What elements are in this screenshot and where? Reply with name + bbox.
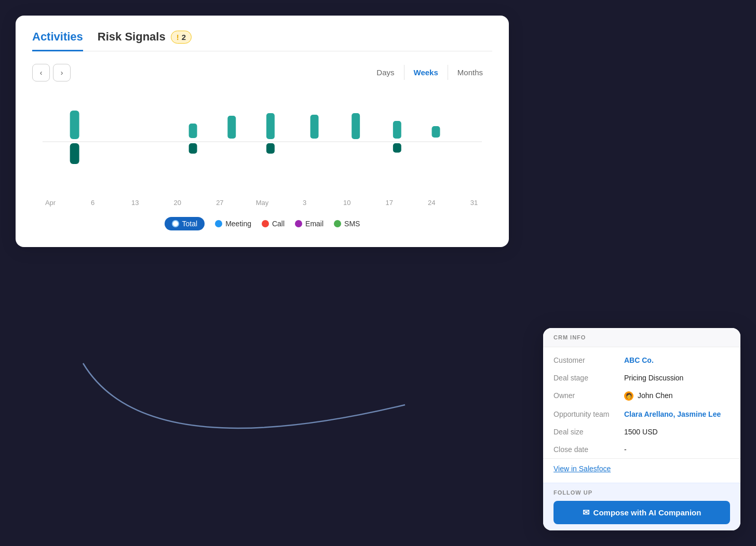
svg-rect-6 <box>266 113 275 139</box>
view-months[interactable]: Months <box>448 65 492 80</box>
x-label-31: 31 <box>466 199 482 207</box>
activities-card: Activities Risk Signals ! 2 ‹ › Days Wee… <box>16 16 509 247</box>
x-label-24: 24 <box>424 199 439 207</box>
svg-rect-5 <box>227 116 236 139</box>
crm-card: CRM INFO Customer ABC Co. Deal stage Pri… <box>543 328 740 530</box>
customer-value[interactable]: ABC Co. <box>624 356 654 364</box>
crm-body: Customer ABC Co. Deal stage Pricing Disc… <box>543 347 740 483</box>
call-dot <box>262 220 269 227</box>
deal-stage-label: Deal stage <box>554 374 616 382</box>
page-container: Activities Risk Signals ! 2 ‹ › Days Wee… <box>0 0 756 546</box>
x-label-20: 20 <box>170 199 185 207</box>
owner-label: Owner <box>554 391 616 400</box>
chart-legend: Total Meeting Call Email SMS <box>32 217 492 230</box>
close-date-value: - <box>624 445 627 454</box>
svg-rect-11 <box>393 143 401 153</box>
follow-up-label: FOLLOW UP <box>554 489 730 496</box>
chart-area <box>32 90 492 194</box>
svg-rect-9 <box>352 113 360 139</box>
deal-stage-value: Pricing Discussion <box>624 374 683 382</box>
x-label-10: 10 <box>339 199 355 207</box>
next-button[interactable]: › <box>53 64 71 81</box>
view-days[interactable]: Days <box>367 65 404 80</box>
legend-total[interactable]: Total <box>165 217 205 230</box>
compose-button[interactable]: ✉ Compose with AI Companion <box>554 501 730 524</box>
svg-rect-10 <box>393 121 401 139</box>
exclaim-icon: ! <box>177 33 179 42</box>
crm-deal-stage-row: Deal stage Pricing Discussion <box>543 369 740 387</box>
risk-badge: ! 2 <box>171 31 192 44</box>
mail-icon: ✉ <box>583 508 589 517</box>
x-label-17: 17 <box>382 199 397 207</box>
owner-avatar: 🧑 <box>624 391 633 401</box>
crm-deal-size-row: Deal size 1500 USD <box>543 423 740 441</box>
deal-size-value: 1500 USD <box>624 428 658 436</box>
svg-rect-7 <box>266 143 275 154</box>
x-axis: Apr 6 13 20 27 May 3 10 17 24 31 <box>32 199 492 207</box>
owner-value: 🧑 John Chen <box>624 391 673 401</box>
sms-dot <box>334 220 341 227</box>
crm-close-date-row: Close date - <box>543 441 740 458</box>
total-dot <box>172 220 179 227</box>
crm-header: CRM INFO <box>543 328 740 347</box>
deal-size-label: Deal size <box>554 428 616 436</box>
svg-rect-1 <box>70 111 79 139</box>
controls-row: ‹ › Days Weeks Months <box>32 64 492 81</box>
view-salesforce-link[interactable]: View in Salesfoce <box>554 465 611 473</box>
opp-team-label: Opportunity team <box>554 410 616 418</box>
svg-rect-8 <box>310 115 319 139</box>
view-toggles: Days Weeks Months <box>367 65 492 80</box>
x-label-may: May <box>254 199 270 207</box>
x-label-6: 6 <box>85 199 101 207</box>
legend-call[interactable]: Call <box>262 220 285 228</box>
legend-email[interactable]: Email <box>295 220 323 228</box>
x-label-apr: Apr <box>43 199 58 207</box>
svg-rect-12 <box>432 126 440 138</box>
nav-buttons: ‹ › <box>32 64 71 81</box>
prev-button[interactable]: ‹ <box>32 64 50 81</box>
svg-rect-3 <box>189 124 197 138</box>
tab-risk-signals[interactable]: Risk Signals ! 2 <box>98 30 192 51</box>
crm-opp-team-row: Opportunity team Clara Arellano, Jasmine… <box>543 405 740 423</box>
legend-meeting[interactable]: Meeting <box>215 220 251 228</box>
opp-team-value[interactable]: Clara Arellano, Jasmine Lee <box>624 410 721 418</box>
close-date-label: Close date <box>554 445 616 454</box>
crm-link-row: View in Salesfoce <box>543 459 740 479</box>
activity-chart <box>32 90 492 194</box>
svg-rect-2 <box>70 143 79 164</box>
tab-activities[interactable]: Activities <box>32 30 83 51</box>
legend-sms[interactable]: SMS <box>334 220 360 228</box>
svg-rect-4 <box>189 143 197 154</box>
email-dot <box>295 220 302 227</box>
follow-up-section: FOLLOW UP ✉ Compose with AI Companion <box>543 483 740 530</box>
x-label-13: 13 <box>127 199 143 207</box>
x-label-3: 3 <box>297 199 313 207</box>
crm-customer-row: Customer ABC Co. <box>543 351 740 369</box>
meeting-dot <box>215 220 222 227</box>
crm-owner-row: Owner 🧑 John Chen <box>543 387 740 405</box>
tabs-row: Activities Risk Signals ! 2 <box>32 30 492 51</box>
x-label-27: 27 <box>212 199 227 207</box>
customer-label: Customer <box>554 356 616 364</box>
view-weeks[interactable]: Weeks <box>404 65 448 80</box>
